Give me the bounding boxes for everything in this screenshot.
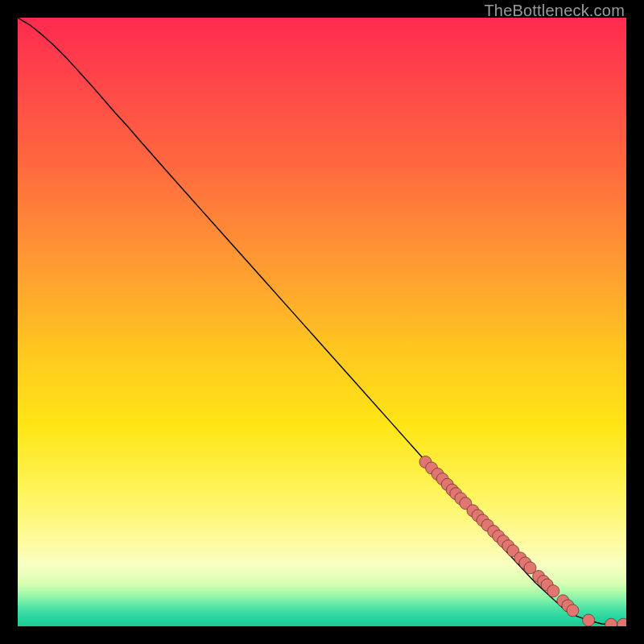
bottleneck-curve [18,18,626,625]
data-point [605,618,617,626]
data-point [583,614,595,626]
scatter-points [419,456,626,626]
data-point [567,605,579,617]
chart-overlay [18,18,626,626]
plot-area [18,18,626,626]
chart-frame: TheBottleneck.com [0,0,644,644]
data-point [547,585,559,597]
data-point [617,618,626,626]
